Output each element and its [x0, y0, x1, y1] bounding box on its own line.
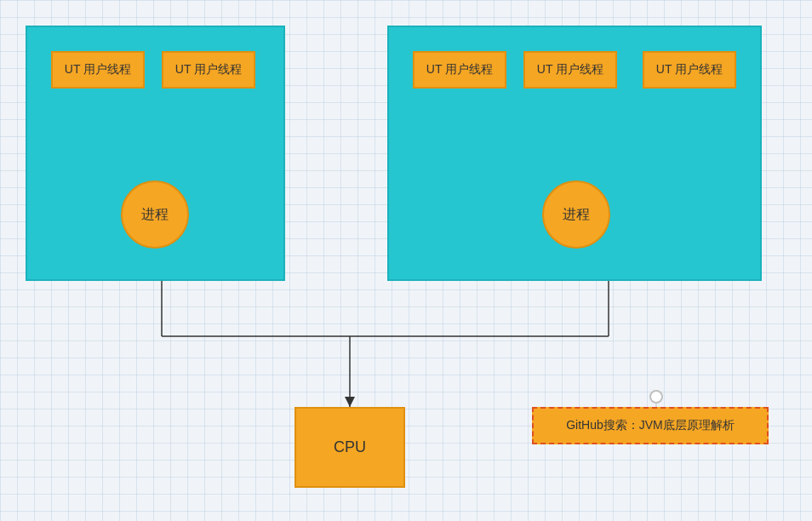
process-circle-left: 进程	[121, 180, 189, 249]
right-process-container: UT 用户线程 UT 用户线程 UT 用户线程 进程	[387, 26, 762, 281]
thread-box-right-2: UT 用户线程	[523, 51, 617, 89]
left-process-container: UT 用户线程 UT 用户线程 进程	[26, 26, 285, 281]
thread-label: UT 用户线程	[65, 62, 131, 77]
github-connector-circle	[649, 390, 663, 404]
github-label-box[interactable]: GitHub搜索：JVM底层原理解析	[532, 407, 769, 444]
thread-label: UT 用户线程	[537, 62, 603, 77]
cpu-label: CPU	[334, 438, 366, 456]
process-label-left: 进程	[141, 206, 169, 224]
thread-label: UT 用户线程	[656, 62, 723, 77]
thread-box-right-3: UT 用户线程	[643, 51, 736, 89]
cpu-box: CPU	[294, 407, 405, 488]
thread-box-right-1: UT 用户线程	[413, 51, 506, 89]
thread-box-left-1: UT 用户线程	[51, 51, 145, 89]
thread-label: UT 用户线程	[426, 62, 493, 77]
process-circle-right: 进程	[542, 180, 610, 249]
github-label-text: GitHub搜索：JVM底层原理解析	[566, 418, 735, 433]
process-label-right: 进程	[563, 206, 590, 224]
thread-box-left-2: UT 用户线程	[162, 51, 255, 89]
svg-marker-16	[345, 397, 355, 407]
diagram-container: UT 用户线程 UT 用户线程 进程 UT 用户线程 UT 用户线程 UT 用户…	[0, 0, 812, 521]
thread-label: UT 用户线程	[175, 62, 242, 77]
